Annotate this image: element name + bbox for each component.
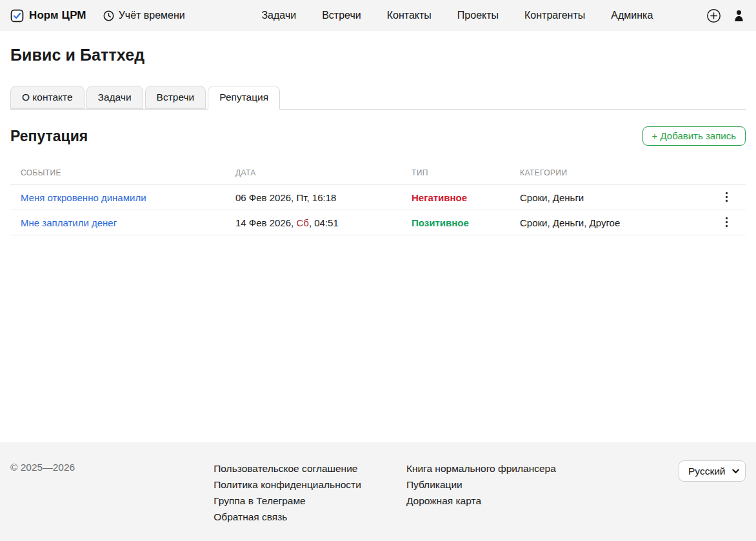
- row-menu-button[interactable]: [722, 190, 731, 204]
- footer-link-publications[interactable]: Публикации: [406, 477, 556, 493]
- clock-icon: [103, 10, 114, 21]
- footer-link-feedback[interactable]: Обратная связь: [214, 509, 361, 525]
- column-header-categories: КАТЕГОРИИ: [510, 163, 712, 185]
- nav-item-counterparties[interactable]: Контрагенты: [524, 10, 585, 21]
- time-tracking-link[interactable]: Учёт времени: [103, 10, 185, 21]
- table-header-row: СОБЫТИЕ ДАТА ТИП КАТЕГОРИИ: [10, 163, 746, 185]
- user-icon: [733, 10, 744, 22]
- kebab-icon: [725, 192, 728, 202]
- checkbox-logo-icon: [10, 9, 24, 23]
- footer-links-column-1: Пользовательское соглашение Политика кон…: [214, 460, 361, 525]
- time-tracking-label: Учёт времени: [119, 10, 185, 21]
- footer-links-column-2: Книга нормального фрилансера Публикации …: [406, 460, 556, 509]
- app-logo-text: Норм ЦРМ: [29, 9, 86, 22]
- date-weekday: Пт: [296, 192, 306, 203]
- kebab-icon: [725, 217, 728, 228]
- nav-item-contacts[interactable]: Контакты: [387, 10, 432, 21]
- footer-link-user-agreement[interactable]: Пользовательское соглашение: [214, 460, 361, 477]
- actions-cell: [712, 185, 746, 210]
- column-header-date: ДАТА: [225, 163, 401, 185]
- column-header-type: ТИП: [401, 163, 510, 185]
- tabs-bar: О контакте Задачи Встречи Репутация: [10, 86, 746, 110]
- date-cell: 06 Фев 2026, Пт, 16:18: [225, 185, 401, 210]
- language-select[interactable]: Русский: [679, 460, 746, 482]
- date-time: , 16:18: [306, 192, 336, 203]
- nav-item-admin[interactable]: Админка: [611, 10, 653, 21]
- date-weekday: Сб: [296, 217, 308, 228]
- type-badge: Негативное: [412, 192, 467, 203]
- table-row: Меня откровенно динамили 06 Фев 2026, Пт…: [10, 185, 746, 210]
- table-row: Мне заплатили денег 14 Фев 2026, Сб, 04:…: [10, 210, 746, 235]
- date-cell: 14 Фев 2026, Сб, 04:51: [225, 210, 401, 235]
- profile-button[interactable]: [733, 10, 744, 22]
- language-select-wrapper: Русский: [679, 460, 746, 482]
- event-cell: Мне заплатили денег: [10, 210, 225, 235]
- event-link[interactable]: Меня откровенно динамили: [21, 192, 146, 203]
- actions-cell: [712, 210, 746, 235]
- type-cell: Позитивное: [401, 210, 510, 235]
- date-time: , 04:51: [309, 217, 339, 228]
- section-header: Репутация + Добавить запись: [10, 126, 746, 146]
- copyright: © 2025—2026: [10, 460, 75, 473]
- nav-item-tasks[interactable]: Задачи: [261, 10, 296, 21]
- type-badge: Позитивное: [412, 217, 469, 228]
- categories-cell: Сроки, Деньги, Другое: [510, 210, 712, 235]
- tab-tasks[interactable]: Задачи: [86, 86, 143, 109]
- date-text: 06 Фев 2026,: [235, 192, 296, 203]
- footer: © 2025—2026 Пользовательское соглашение …: [0, 442, 756, 541]
- app-logo[interactable]: Норм ЦРМ: [10, 9, 86, 23]
- column-header-actions: [712, 163, 746, 185]
- row-menu-button[interactable]: [722, 215, 731, 229]
- date-text: 14 Фев 2026,: [235, 217, 296, 228]
- section-title: Репутация: [10, 128, 88, 145]
- categories-cell: Сроки, Деньги: [510, 185, 712, 210]
- add-record-button[interactable]: + Добавить запись: [642, 126, 746, 146]
- tab-meetings[interactable]: Встречи: [145, 86, 206, 109]
- footer-link-privacy-policy[interactable]: Политика конфиденциальности: [214, 477, 361, 493]
- footer-link-roadmap[interactable]: Дорожная карта: [406, 493, 556, 509]
- footer-link-freelancer-book[interactable]: Книга нормального фрилансера: [406, 460, 556, 477]
- reputation-table: СОБЫТИЕ ДАТА ТИП КАТЕГОРИИ Меня откровен…: [10, 163, 746, 235]
- tab-reputation[interactable]: Репутация: [208, 86, 280, 110]
- column-header-event: СОБЫТИЕ: [10, 163, 225, 185]
- type-cell: Негативное: [401, 185, 510, 210]
- nav-item-projects[interactable]: Проекты: [457, 10, 499, 21]
- quick-add-button[interactable]: [706, 8, 721, 23]
- main-content: Бивис и Баттхед О контакте Задачи Встреч…: [0, 31, 756, 442]
- main-nav: Задачи Встречи Контакты Проекты Контраге…: [238, 10, 653, 21]
- page-title: Бивис и Баттхед: [10, 46, 746, 64]
- plus-circle-icon: [706, 8, 721, 23]
- event-cell: Меня откровенно динамили: [10, 185, 225, 210]
- footer-link-telegram-group[interactable]: Группа в Телеграме: [214, 493, 361, 509]
- tab-about-contact[interactable]: О контакте: [10, 86, 85, 109]
- event-link[interactable]: Мне заплатили денег: [21, 217, 117, 228]
- nav-item-meetings[interactable]: Встречи: [322, 10, 361, 21]
- top-navbar: Норм ЦРМ Учёт времени Задачи Встречи Кон…: [0, 0, 756, 31]
